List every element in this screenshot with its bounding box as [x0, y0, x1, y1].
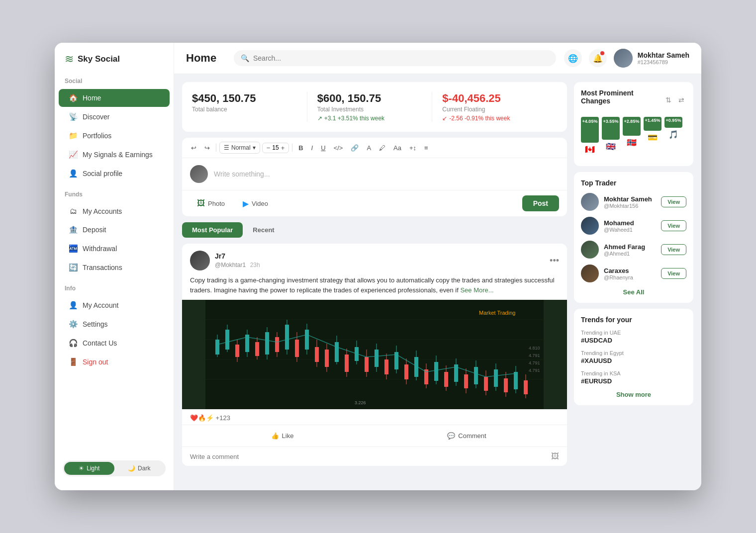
svg-text:3.226: 3.226 — [355, 400, 366, 405]
change-item: +2.85% 🇳🇴 — [623, 117, 641, 154]
logo-icon: ≋ — [65, 53, 74, 66]
comment-input[interactable] — [190, 453, 546, 460]
sidebar-item-label: Portfolios — [83, 132, 111, 140]
stat-total-balance: $450, 150.75 Total balance — [192, 92, 307, 122]
sidebar-item-withdrawal[interactable]: 🏧 Withdrawal — [59, 240, 170, 258]
search-icon: 🔍 — [241, 54, 249, 62]
see-more-button[interactable]: See More... — [460, 286, 493, 294]
link-button[interactable]: 🔗 — [348, 142, 362, 154]
comment-button[interactable]: 💬 Comment — [375, 428, 559, 444]
bold-button[interactable]: B — [295, 142, 306, 154]
sidebar-item-contact[interactable]: 🎧 Contact Us — [59, 334, 170, 352]
highlight-button[interactable]: 🖊 — [376, 142, 388, 154]
change-item: +3.55% 🇬🇧 — [602, 117, 620, 154]
like-button[interactable]: 👍 Like — [190, 428, 375, 444]
top-traders-title: Top Trader — [581, 179, 686, 187]
tab-recent[interactable]: Recent — [243, 222, 284, 238]
post-header: Jr7 @Mokhtar1 23h ••• — [182, 244, 567, 275]
user-details: Mokhtar Sameh #123456789 — [638, 51, 689, 65]
photo-icon: 🖼 — [197, 199, 205, 208]
align-button[interactable]: ≡ — [421, 142, 431, 154]
theme-toggle: ☀ Light 🌙 Dark — [63, 460, 166, 476]
size-button[interactable]: +↕ — [406, 142, 419, 154]
sign-out-label: Sign out — [83, 358, 108, 366]
view-trader-button[interactable]: View — [661, 220, 686, 231]
sidebar-item-accounts[interactable]: 🗂 My Accounts — [59, 202, 170, 220]
sun-icon: ☀ — [79, 465, 84, 472]
post-author-info: Jr7 @Mokhtar1 23h — [215, 252, 260, 269]
undo-button[interactable]: ↩ — [188, 142, 199, 154]
trader-name: Mohamed — [604, 219, 634, 227]
trend-tag[interactable]: #EURUSD — [581, 377, 686, 385]
post-card: Jr7 @Mokhtar1 23h ••• Copy trading is a … — [182, 244, 567, 466]
panel-actions: ⇅ ⇄ — [663, 95, 686, 105]
trader-avatar — [581, 241, 599, 259]
sidebar-item-label: Withdrawal — [83, 245, 117, 253]
sidebar-item-signals[interactable]: 📈 My Signals & Earnings — [59, 146, 170, 164]
sidebar-item-portfolios[interactable]: 📁 Portfolios — [59, 127, 170, 145]
trader-item: Caraxes @Rhaenyra View — [581, 265, 686, 282]
align-icon: ☰ — [224, 144, 229, 151]
changes-grid: +4.05% 🇨🇦 +3.55% 🇬🇧 +2.8 — [581, 117, 686, 154]
sidebar-item-home[interactable]: 🏠 Home — [59, 89, 170, 107]
color-button[interactable]: A — [364, 142, 374, 154]
font-button[interactable]: Aa — [390, 142, 404, 154]
stat-value: $450, 150.75 — [192, 92, 297, 105]
notification-badge — [600, 51, 604, 55]
view-trader-button[interactable]: View — [661, 244, 686, 255]
redo-button[interactable]: ↪ — [201, 142, 213, 154]
view-trader-button[interactable]: View — [661, 196, 686, 207]
sidebar-item-label: My Signals & Earnings — [83, 151, 153, 159]
globe-button[interactable]: 🌐 — [564, 49, 582, 67]
trader-handle: @Ahmed1 — [604, 251, 645, 257]
sidebar: ≋ Sky Social Social 🏠 Home 📡 Discover 📁 … — [55, 43, 174, 490]
sidebar-item-settings[interactable]: ⚙️ Settings — [59, 315, 170, 333]
code-button[interactable]: </> — [331, 142, 346, 154]
font-size-decrease[interactable]: − — [266, 144, 272, 152]
photo-button[interactable]: 🖼 Photo — [190, 196, 232, 211]
font-size-increase[interactable]: + — [280, 144, 286, 152]
editor-toolbar: ↩ ↪ ☰ Normal ▾ − 15 + — [182, 138, 567, 158]
post-button[interactable]: Post — [522, 195, 559, 211]
trader-handle: @Mokhtar156 — [604, 203, 652, 209]
svg-text:4.791: 4.791 — [529, 353, 540, 358]
app-container: ≋ Sky Social Social 🏠 Home 📡 Discover 📁 … — [55, 43, 701, 490]
see-all-button[interactable]: See All — [581, 288, 686, 296]
sidebar-item-label: Settings — [83, 320, 108, 328]
user-info[interactable]: Mokhtar Sameh #123456789 — [614, 49, 689, 68]
video-button[interactable]: ▶ Video — [236, 196, 275, 211]
user-id: #123456789 — [638, 59, 689, 65]
sidebar-item-transactions[interactable]: 🔄 Transactions — [59, 259, 170, 276]
sidebar-item-my-account[interactable]: 👤 My Account — [59, 296, 170, 314]
trader-item: Ahmed Farag @Ahmed1 View — [581, 241, 686, 259]
sidebar-item-social-profile[interactable]: 👤 Social profile — [59, 165, 170, 182]
sidebar-item-deposit[interactable]: 🏦 Deposit — [59, 221, 170, 239]
dark-theme-button[interactable]: 🌙 Dark — [114, 462, 165, 475]
post-comment-box: 🖼 — [182, 446, 567, 466]
style-dropdown[interactable]: ☰ Normal ▾ — [219, 142, 260, 154]
prominent-changes-title: Most Prominent Changes — [581, 89, 663, 105]
view-trader-button[interactable]: View — [661, 268, 686, 279]
notification-button[interactable]: 🔔 — [589, 49, 607, 67]
editor-placeholder[interactable]: Write something... — [214, 170, 270, 178]
trend-tag[interactable]: #USDCAD — [581, 337, 686, 344]
flag-icon: 🇳🇴 — [627, 138, 637, 147]
right-panel: Most Prominent Changes ⇅ ⇄ +4.05% 🇨🇦 — [574, 82, 693, 482]
show-more-button[interactable]: Show more — [581, 391, 686, 398]
italic-button[interactable]: I — [308, 142, 316, 154]
stats-bar: $450, 150.75 Total balance $600, 150.75 … — [182, 82, 567, 132]
filter-icon[interactable]: ⇅ — [663, 95, 673, 105]
sidebar-item-sign-out[interactable]: 🚪 Sign out — [59, 353, 170, 371]
tab-most-popular[interactable]: Most Popular — [182, 222, 243, 238]
discover-icon: 📡 — [69, 112, 78, 121]
sort-icon[interactable]: ⇄ — [676, 95, 686, 105]
light-theme-button[interactable]: ☀ Light — [64, 462, 114, 475]
sidebar-item-discover[interactable]: 📡 Discover — [59, 108, 170, 126]
post-menu-button[interactable]: ••• — [550, 256, 559, 266]
comment-image-button[interactable]: 🖼 — [551, 452, 559, 461]
search-input[interactable] — [253, 54, 549, 62]
trend-tag[interactable]: #XAUUSD — [581, 357, 686, 364]
underline-button[interactable]: U — [318, 142, 328, 154]
visa-icon: 💳 — [648, 133, 658, 142]
svg-text:4.791: 4.791 — [529, 368, 540, 373]
